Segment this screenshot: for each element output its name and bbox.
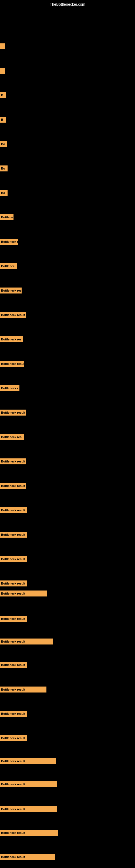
bottleneck-bar-5: Bo <box>0 141 7 147</box>
bottleneck-bar-13: Bottleneck res <box>0 336 23 342</box>
bottleneck-bar-35: Bottleneck result <box>0 854 55 860</box>
bottleneck-bar-33: Bottleneck result <box>0 806 57 812</box>
bottleneck-bar-11: Bottleneck res <box>0 287 21 293</box>
bottleneck-bar-30: Bottleneck result <box>0 735 27 741</box>
bottleneck-bar-18: Bottleneck result <box>0 458 26 464</box>
bottleneck-bar-16: Bottleneck result <box>0 410 26 415</box>
bottleneck-bar-29: Bottleneck result <box>0 711 27 717</box>
bottleneck-bar-19: Bottleneck result <box>0 483 26 489</box>
bottleneck-bar-24: Bottleneck result <box>0 590 47 596</box>
bottleneck-bar-2 <box>0 68 5 74</box>
bottleneck-bar-6: Bo <box>0 165 8 172</box>
bottleneck-bar-23: Bottleneck result <box>0 581 27 586</box>
bottleneck-bar-25: Bottleneck result <box>0 616 27 622</box>
bottleneck-bar-15: Bottleneck r <box>0 385 19 391</box>
bottleneck-bar-31: Bottleneck result <box>0 758 56 764</box>
bottleneck-bar-10: Bottlenec <box>0 263 17 269</box>
bottleneck-bar-28: Bottleneck result <box>0 686 46 692</box>
bottleneck-bar-21: Bottleneck result <box>0 532 27 538</box>
bottleneck-bar-8: Bottlene <box>0 214 13 220</box>
bottleneck-bar-27: Bottleneck result <box>0 662 27 668</box>
bottleneck-bar-17: Bottleneck res <box>0 434 24 440</box>
bottleneck-bar-12: Bottleneck result <box>0 312 26 318</box>
bottleneck-bar-22: Bottleneck result <box>0 556 27 562</box>
bottleneck-bar-14: Bottleneck resul <box>0 361 24 367</box>
bottleneck-bar-4: B <box>0 117 6 123</box>
bottleneck-bar-7: Bo <box>0 190 8 196</box>
bottleneck-bar-20: Bottleneck result <box>0 507 27 513</box>
bottleneck-bar-26: Bottleneck result <box>0 639 53 645</box>
bottleneck-bar-32: Bottleneck result <box>0 781 57 787</box>
bottleneck-bar-3: B <box>0 92 6 98</box>
bottleneck-bar-34: Bottleneck result <box>0 830 58 836</box>
bottleneck-bar-1 <box>0 43 5 50</box>
site-title: TheBottlenecker.com <box>50 2 85 6</box>
bottleneck-bar-9: Bottleneck r <box>0 239 18 245</box>
